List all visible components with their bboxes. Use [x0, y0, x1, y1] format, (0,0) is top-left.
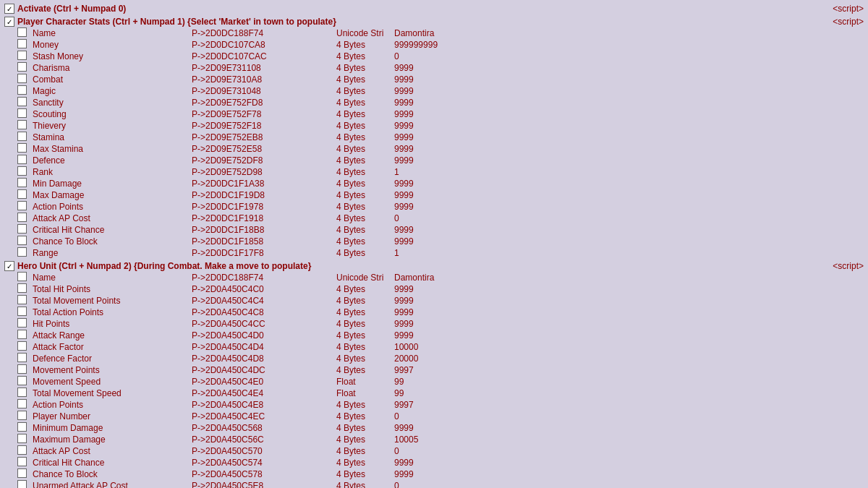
row-checkbox[interactable]: [17, 224, 27, 234]
row-checkbox[interactable]: [17, 189, 27, 199]
row-checkbox[interactable]: [17, 422, 27, 432]
table-row[interactable]: Hit PointsP->2D0A450C4CC4 Bytes9999: [14, 318, 865, 330]
table-row[interactable]: StaminaP->2D09E752EB84 Bytes9999: [14, 132, 865, 143]
row-checkbox[interactable]: [17, 178, 27, 187]
table-row[interactable]: Max StaminaP->2D09E752E584 Bytes9999: [14, 143, 865, 155]
table-row[interactable]: Attack FactorP->2D0A450C4D44 Bytes10000: [14, 341, 865, 353]
row-value: Damontira: [391, 272, 865, 283]
table-row[interactable]: Total Action PointsP->2D0A450C4C84 Bytes…: [14, 307, 865, 318]
row-checkbox[interactable]: [17, 166, 27, 176]
row-checkbox[interactable]: [17, 27, 27, 37]
row-checkbox[interactable]: [17, 376, 27, 385]
row-type: 4 Bytes: [333, 143, 391, 155]
row-checkbox[interactable]: [17, 434, 27, 443]
row-checkbox[interactable]: [17, 480, 27, 488]
table-row[interactable]: CharismaP->2D09E7311084 Bytes9999: [14, 62, 865, 74]
row-checkbox[interactable]: [17, 364, 27, 374]
table-row[interactable]: RangeP->2D0DC1F17F84 Bytes1: [14, 247, 865, 259]
row-checkbox[interactable]: [17, 155, 27, 164]
table-row[interactable]: NameP->2D0DC188F74Unicode StriDamontira: [14, 27, 865, 39]
row-checkbox[interactable]: [17, 399, 27, 408]
table-row[interactable]: Min DamageP->2D0DC1F1A384 Bytes9999: [14, 178, 865, 189]
row-address: P->2D09E752E58: [189, 143, 333, 155]
row-checkbox[interactable]: [17, 108, 27, 118]
table-row[interactable]: Movement PointsP->2D0A450C4DC4 Bytes9997: [14, 364, 865, 376]
row-type: 4 Bytes: [333, 411, 391, 422]
section-player-character: Player Character Stats (Ctrl + Numpad 1)…: [3, 16, 865, 259]
row-checkbox[interactable]: [17, 330, 27, 339]
row-checkbox[interactable]: [17, 39, 27, 48]
table-row[interactable]: Total Hit PointsP->2D0A450C4C04 Bytes999…: [14, 283, 865, 295]
section-checkbox-player-character[interactable]: [4, 17, 14, 27]
row-type: 4 Bytes: [333, 224, 391, 236]
row-checkbox[interactable]: [17, 120, 27, 129]
row-checkbox[interactable]: [17, 143, 27, 153]
row-checkbox[interactable]: [17, 411, 27, 420]
row-checkbox[interactable]: [17, 307, 27, 316]
section-checkbox-hero-unit[interactable]: [4, 261, 14, 271]
row-checkbox[interactable]: [17, 353, 27, 362]
row-type: 4 Bytes: [333, 295, 391, 307]
row-name: Movement Speed: [30, 376, 189, 388]
row-checkbox[interactable]: [17, 85, 27, 95]
table-row[interactable]: Defence FactorP->2D0A450C4D84 Bytes20000: [14, 353, 865, 364]
row-checkbox[interactable]: [17, 213, 27, 222]
table-row[interactable]: DefenceP->2D09E752DF84 Bytes9999: [14, 155, 865, 166]
row-address: P->2D0A450C5E8: [189, 480, 333, 488]
table-row[interactable]: Chance To BlockP->2D0DC1F18584 Bytes9999: [14, 236, 865, 247]
row-type: 4 Bytes: [333, 364, 391, 376]
row-checkbox[interactable]: [17, 132, 27, 141]
table-row[interactable]: CombatP->2D09E7310A84 Bytes9999: [14, 74, 865, 85]
table-row[interactable]: Player NumberP->2D0A450C4EC4 Bytes0: [14, 411, 865, 422]
row-checkbox[interactable]: [17, 74, 27, 83]
row-checkbox[interactable]: [17, 457, 27, 466]
table-row[interactable]: RankP->2D09E752D984 Bytes1: [14, 166, 865, 178]
row-name: Chance To Block: [30, 236, 189, 247]
table-row[interactable]: Attack AP CostP->2D0DC1F19184 Bytes0: [14, 213, 865, 224]
row-name: Stash Money: [30, 51, 189, 62]
table-row[interactable]: Critical Hit ChanceP->2D0DC1F18B84 Bytes…: [14, 224, 865, 236]
row-checkbox[interactable]: [17, 236, 27, 245]
row-checkbox[interactable]: [17, 295, 27, 304]
row-checkbox[interactable]: [17, 247, 27, 257]
table-row[interactable]: Stash MoneyP->2D0DC107CAC4 Bytes0: [14, 51, 865, 62]
table-row[interactable]: ScoutingP->2D09E752F784 Bytes9999: [14, 108, 865, 120]
table-row[interactable]: Critical Hit ChanceP->2D0A450C5744 Bytes…: [14, 457, 865, 468]
row-checkbox[interactable]: [17, 341, 27, 351]
row-checkbox[interactable]: [17, 201, 27, 210]
table-row[interactable]: MoneyP->2D0DC107CA84 Bytes999999999: [14, 39, 865, 51]
row-name: Money: [30, 39, 189, 51]
table-row[interactable]: Action PointsP->2D0A450C4E84 Bytes9997: [14, 399, 865, 411]
row-type: 4 Bytes: [333, 283, 391, 295]
table-row[interactable]: MagicP->2D09E7310484 Bytes9999: [14, 85, 865, 97]
row-checkbox[interactable]: [17, 62, 27, 72]
row-name: Attack Range: [30, 330, 189, 341]
table-row[interactable]: Total Movement SpeedP->2D0A450C4E4Float9…: [14, 388, 865, 399]
table-row[interactable]: Movement SpeedP->2D0A450C4E0Float99: [14, 376, 865, 388]
row-checkbox[interactable]: [17, 445, 27, 455]
table-row[interactable]: Chance To BlockP->2D0A450C5784 Bytes9999: [14, 468, 865, 480]
row-checkbox[interactable]: [17, 468, 27, 478]
row-checkbox[interactable]: [17, 388, 27, 397]
row-address: P->2D0A450C56C: [189, 434, 333, 445]
table-row[interactable]: Action PointsP->2D0DC1F19784 Bytes9999: [14, 201, 865, 213]
table-row[interactable]: SanctityP->2D09E752FD84 Bytes9999: [14, 97, 865, 108]
table-row[interactable]: NameP->2D0DC188F74Unicode StriDamontira: [14, 272, 865, 283]
row-checkbox[interactable]: [17, 283, 27, 293]
row-name: Attack AP Cost: [30, 213, 189, 224]
table-row[interactable]: Maximum DamageP->2D0A450C56C4 Bytes10005: [14, 434, 865, 445]
table-row[interactable]: ThieveryP->2D09E752F184 Bytes9999: [14, 120, 865, 132]
table-row[interactable]: Total Movement PointsP->2D0A450C4C44 Byt…: [14, 295, 865, 307]
table-row[interactable]: Attack AP CostP->2D0A450C5704 Bytes0: [14, 445, 865, 457]
row-checkbox[interactable]: [17, 97, 27, 106]
table-row[interactable]: Max DamageP->2D0DC1F19D84 Bytes9999: [14, 189, 865, 201]
table-row[interactable]: Unarmed Attack AP CostP->2D0A450C5E84 By…: [14, 480, 865, 488]
row-checkbox[interactable]: [17, 272, 27, 281]
table-row[interactable]: Minimum DamageP->2D0A450C5684 Bytes9999: [14, 422, 865, 434]
row-address: P->2D09E7310A8: [189, 74, 333, 85]
table-row[interactable]: Attack RangeP->2D0A450C4D04 Bytes9999: [14, 330, 865, 341]
row-value: 20000: [391, 353, 865, 364]
row-checkbox[interactable]: [17, 318, 27, 328]
section-checkbox-activate[interactable]: [4, 4, 14, 14]
row-checkbox[interactable]: [17, 51, 27, 60]
